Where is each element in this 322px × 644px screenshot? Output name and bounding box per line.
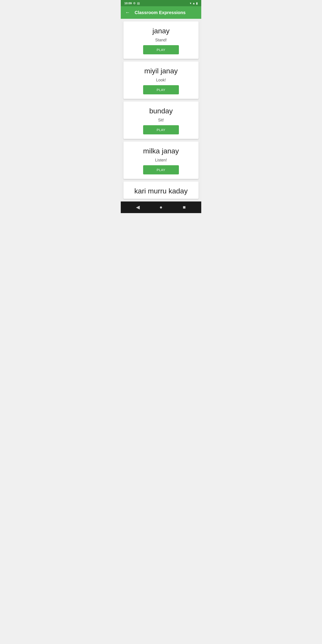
status-bar-right: ▾ ▲ ▮ xyxy=(190,2,198,5)
memory-icon: ▤ xyxy=(137,2,140,5)
battery-icon: ▮ xyxy=(196,2,198,5)
toolbar: ← Classroom Expressions xyxy=(121,6,201,19)
card-word-3: bunday xyxy=(149,107,173,115)
toolbar-title: Classroom Expressions xyxy=(134,10,186,15)
wifi-icon: ▾ xyxy=(190,2,192,5)
play-button-4[interactable]: Play xyxy=(143,165,179,174)
nav-home-icon[interactable]: ● xyxy=(156,203,166,212)
play-button-1[interactable]: Play xyxy=(143,45,179,54)
signal-icon: ▲ xyxy=(192,2,195,5)
card-word-2: miyil janay xyxy=(144,67,178,75)
content-area: janay Stand! Play miyil janay Look! Play… xyxy=(121,19,201,202)
card-word-1: janay xyxy=(152,27,170,35)
nav-bar: ◀ ● ■ xyxy=(121,202,201,213)
card-translation-3: Sit! xyxy=(158,118,164,122)
play-button-2[interactable]: Play xyxy=(143,85,179,94)
nav-back-icon[interactable]: ◀ xyxy=(133,203,142,212)
card-translation-1: Stand! xyxy=(155,38,167,42)
status-bar-left: 10:09 ⚙ ▤ xyxy=(124,2,140,5)
settings-icon: ⚙ xyxy=(133,2,136,5)
card-janay: janay Stand! Play xyxy=(124,22,198,59)
card-word-5: kari murru kaday xyxy=(134,187,188,195)
card-translation-2: Look! xyxy=(156,78,166,82)
card-bunday: bunday Sit! Play xyxy=(124,102,198,139)
play-button-3[interactable]: Play xyxy=(143,125,179,134)
status-bar: 10:09 ⚙ ▤ ▾ ▲ ▮ xyxy=(121,0,201,6)
back-button[interactable]: ← xyxy=(124,9,131,16)
nav-recent-icon[interactable]: ■ xyxy=(180,203,189,212)
card-kari-murru-kaday: kari murru kaday xyxy=(124,182,198,199)
card-miyil-janay: miyil janay Look! Play xyxy=(124,62,198,99)
card-translation-4: Listen! xyxy=(155,158,167,162)
card-milka-janay: milka janay Listen! Play xyxy=(124,142,198,179)
card-word-4: milka janay xyxy=(143,147,179,155)
status-time: 10:09 xyxy=(124,2,132,5)
